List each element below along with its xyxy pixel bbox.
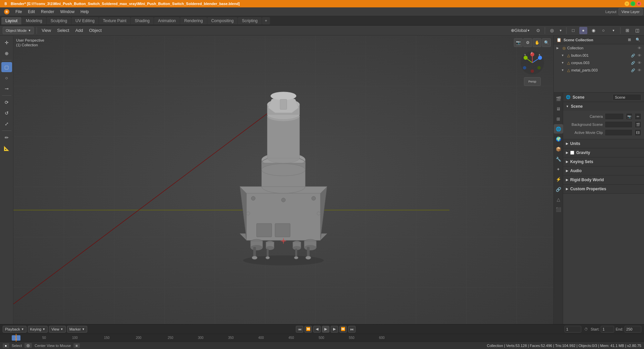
current-frame-field[interactable]: 1 — [565, 326, 581, 333]
maximize-button[interactable]: □ — [631, 1, 635, 6]
output-properties-btn[interactable]: 🖥 — [554, 104, 563, 113]
global-selector[interactable]: ⊕ Global ▼ — [509, 27, 532, 34]
camera-edit-btn[interactable]: ✏ — [635, 113, 641, 120]
tab-uv-editing[interactable]: UV Editing — [71, 17, 99, 24]
cursor-tool[interactable]: ✛ — [1, 38, 12, 48]
units-section-header[interactable]: ▶ Units — [563, 139, 644, 148]
menu-render[interactable]: Render — [38, 9, 57, 15]
scene-name-field[interactable]: Scene — [612, 94, 641, 101]
scale-tool[interactable]: ⤢ — [1, 119, 12, 129]
view-dropdown[interactable]: View ▼ — [49, 326, 66, 333]
visibility-eye-2[interactable]: 👁 — [638, 61, 641, 65]
view-layer-properties-btn[interactable]: ⊞ — [554, 114, 563, 123]
minimize-button[interactable]: − — [625, 1, 629, 6]
rigid-body-world-header[interactable]: ▶ Rigid Body World — [563, 176, 644, 184]
menu-file[interactable]: File — [13, 9, 24, 15]
menu-edit[interactable]: Edit — [25, 9, 38, 15]
visibility-eye-3[interactable]: 👁 — [638, 68, 641, 72]
measure-tool[interactable]: 📐 — [1, 143, 12, 153]
proportional-type-btn[interactable]: ▼ — [558, 27, 564, 34]
jump-end-btn[interactable]: ⏭ — [348, 326, 356, 333]
visibility-eye-1[interactable]: 👁 — [638, 53, 641, 57]
select-menu-btn[interactable]: Select — [55, 27, 71, 34]
marker-dropdown[interactable]: Marker ▼ — [67, 326, 87, 333]
step-forward-btn[interactable]: ▶ — [331, 326, 338, 333]
step-back-btn[interactable]: ◀ — [313, 326, 321, 333]
select-circle-tool[interactable]: ○ — [1, 73, 12, 83]
camera-value[interactable] — [605, 113, 624, 120]
constraint-properties-btn[interactable]: 🔗 — [554, 185, 563, 194]
proportional-btn[interactable]: ◎ — [548, 27, 556, 34]
move-tool[interactable]: ⊕ — [1, 48, 12, 58]
particle-properties-btn[interactable]: ✦ — [554, 164, 563, 174]
gravity-section-header[interactable]: ▶ Gravity — [563, 148, 644, 157]
viewport-camera-btn[interactable]: 📷 — [514, 38, 523, 47]
outliner-item-corpus003[interactable]: ▼ △ corpus.003 🔗 👁 — [558, 59, 644, 66]
object-menu-btn[interactable]: Object — [87, 27, 104, 34]
material-properties-btn[interactable]: ⬛ — [554, 205, 563, 214]
select-box-tool[interactable]: ▢ — [1, 62, 12, 72]
keying-dropdown[interactable]: Keying ▼ — [28, 326, 48, 333]
world-properties-btn[interactable]: 🌍 — [554, 134, 563, 144]
overlay-btn[interactable]: ⊞ — [623, 27, 631, 34]
prev-keyframe-btn[interactable]: ⏪ — [305, 326, 312, 333]
end-frame-field[interactable]: 250 — [625, 326, 641, 333]
outliner-item-collection[interactable]: ▶ ◎ Collection 👁 — [554, 44, 644, 52]
annotate-tool[interactable]: ✏ — [1, 133, 12, 143]
shading-dropdown-btn[interactable]: ▼ — [609, 27, 618, 34]
menu-window[interactable]: Window — [57, 9, 77, 15]
tab-rendering[interactable]: Rendering — [180, 17, 207, 24]
tab-modeling[interactable]: Modeling — [22, 17, 46, 24]
outliner-item-button001[interactable]: ▼ △ button.001 🔗 👁 — [558, 52, 644, 59]
menu-help[interactable]: Help — [78, 9, 92, 15]
menu-blender[interactable]: B — [1, 8, 12, 15]
outliner-filter-btn[interactable]: ⊞ — [626, 37, 633, 43]
visibility-eye-icon[interactable]: 👁 — [638, 46, 641, 50]
object-mode-dropdown[interactable]: Object Mode ▼ — [3, 27, 34, 34]
keying-sets-header[interactable]: ▶ Keying Sets — [563, 157, 644, 166]
solid-shading-btn[interactable]: ● — [579, 27, 587, 34]
next-keyframe-btn[interactable]: ⏩ — [339, 326, 347, 333]
movie-clip-icon-btn[interactable]: 🎞 — [635, 129, 641, 136]
outliner-item-metalparts003[interactable]: ▼ △ metal_parts.003 🔗 👁 — [558, 66, 644, 74]
tab-scripting[interactable]: Scripting — [238, 17, 262, 24]
bg-scene-icon-btn[interactable]: 🎬 — [635, 121, 641, 128]
viewport-3d[interactable]: User Perspective (1) Collection — [13, 36, 553, 324]
scene-section-header[interactable]: ▼ Scene — [563, 102, 644, 111]
bg-scene-value[interactable] — [605, 121, 633, 128]
gravity-checkbox[interactable] — [570, 151, 574, 155]
data-properties-btn[interactable]: △ — [554, 195, 563, 204]
tab-layout[interactable]: Layout — [1, 17, 21, 24]
physics-properties-btn[interactable]: ⚡ — [554, 174, 563, 184]
view-menu-btn[interactable]: View — [40, 27, 53, 34]
material-shading-btn[interactable]: ◉ — [589, 27, 597, 34]
close-button[interactable]: ✕ — [637, 1, 641, 6]
outliner-search-btn[interactable]: 🔍 — [635, 37, 641, 43]
modifier-properties-btn[interactable]: 🔧 — [554, 154, 563, 164]
select-lasso-tool[interactable]: ⊸ — [1, 84, 12, 94]
add-workspace-button[interactable]: + — [262, 17, 270, 24]
viewport-pan-btn[interactable]: ✋ — [533, 38, 541, 47]
start-frame-field[interactable]: 1 — [601, 326, 614, 333]
viewport-render-btn[interactable]: ⚙ — [523, 38, 532, 47]
tab-sculpting[interactable]: Sculpting — [47, 17, 71, 24]
tab-texture-paint[interactable]: Texture Paint — [99, 17, 130, 24]
tab-compositing[interactable]: Compositing — [207, 17, 238, 24]
view-layer-selector[interactable]: View Layer — [619, 8, 643, 15]
add-menu-btn[interactable]: Add — [73, 27, 85, 34]
transform-tool[interactable]: ⟳ — [1, 97, 12, 107]
perspective-toggle[interactable]: Persp — [524, 77, 541, 86]
playback-dropdown[interactable]: Playback ▼ — [3, 326, 26, 333]
viewport-zoom-btn[interactable]: 🔍 — [542, 38, 551, 47]
custom-properties-header[interactable]: ▶ Custom Properties — [563, 185, 644, 193]
camera-icon-btn[interactable]: 📷 — [626, 113, 633, 120]
scene-properties-btn[interactable]: 🌐 — [554, 124, 563, 134]
xray-btn[interactable]: ◫ — [633, 27, 641, 34]
tab-shading[interactable]: Shading — [131, 17, 154, 24]
rotate-tool[interactable]: ↺ — [1, 108, 12, 118]
rendered-shading-btn[interactable]: ○ — [599, 27, 607, 34]
tab-animation[interactable]: Animation — [154, 17, 180, 24]
jump-start-btn[interactable]: ⏮ — [296, 326, 303, 333]
audio-section-header[interactable]: ▶ Audio — [563, 166, 644, 175]
axis-gizmo[interactable]: X Y Z — [521, 51, 544, 74]
